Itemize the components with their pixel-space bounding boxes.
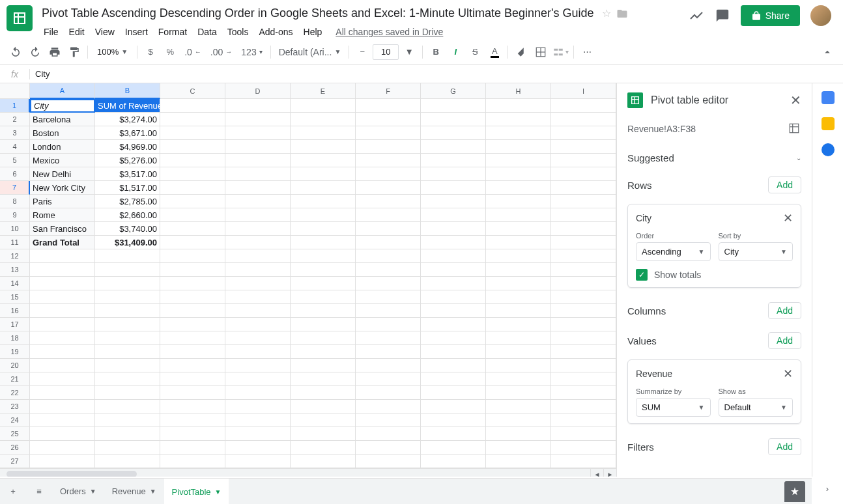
cell-A24[interactable] <box>30 413 95 427</box>
cell-A11[interactable]: Grand Total <box>30 236 95 249</box>
cell-B2[interactable]: $3,274.00 <box>95 113 160 126</box>
cell-C15[interactable] <box>160 290 225 304</box>
cell-I23[interactable] <box>551 400 616 413</box>
cell-F4[interactable] <box>356 140 421 154</box>
cell-H17[interactable] <box>486 318 551 331</box>
cell-E14[interactable] <box>291 277 356 290</box>
row-header-10[interactable]: 10 <box>0 222 30 236</box>
cell-C22[interactable] <box>160 386 225 400</box>
cell-H5[interactable] <box>486 154 551 167</box>
cell-F6[interactable] <box>356 167 421 181</box>
cell-C21[interactable] <box>160 372 225 386</box>
cell-I4[interactable] <box>551 140 616 154</box>
cell-E19[interactable] <box>291 345 356 359</box>
cell-F13[interactable] <box>356 263 421 277</box>
cell-D16[interactable] <box>225 304 291 318</box>
cell-A7[interactable]: New York City <box>30 181 95 195</box>
row-header-1[interactable]: 1 <box>0 99 30 113</box>
row-header-3[interactable]: 3 <box>0 126 30 140</box>
all-sheets-button[interactable]: ≡ <box>26 479 52 505</box>
cell-F17[interactable] <box>356 318 421 331</box>
select-range-icon[interactable] <box>788 122 801 135</box>
cell-B6[interactable]: $3,517.00 <box>95 167 160 181</box>
cell-D10[interactable] <box>225 222 291 236</box>
cell-G26[interactable] <box>421 441 486 455</box>
cell-D27[interactable] <box>225 455 291 468</box>
cell-B20[interactable] <box>95 359 160 372</box>
cell-A8[interactable]: Paris <box>30 195 95 208</box>
cell-B23[interactable] <box>95 400 160 413</box>
row-header-15[interactable]: 15 <box>0 290 30 304</box>
cell-F15[interactable] <box>356 290 421 304</box>
cell-F22[interactable] <box>356 386 421 400</box>
cell-E13[interactable] <box>291 263 356 277</box>
cell-G17[interactable] <box>421 318 486 331</box>
row-header-12[interactable]: 12 <box>0 249 30 263</box>
cell-B18[interactable] <box>95 331 160 345</box>
cell-E7[interactable] <box>291 181 356 195</box>
cell-B15[interactable] <box>95 290 160 304</box>
cell-C10[interactable] <box>160 222 225 236</box>
cell-B17[interactable] <box>95 318 160 331</box>
cell-F26[interactable] <box>356 441 421 455</box>
add-columns-button[interactable]: Add <box>768 302 801 319</box>
cell-I2[interactable] <box>551 113 616 126</box>
cell-G19[interactable] <box>421 345 486 359</box>
row-header-7[interactable]: 7 <box>0 181 30 195</box>
cell-G14[interactable] <box>421 277 486 290</box>
cell-C3[interactable] <box>160 126 225 140</box>
cell-G9[interactable] <box>421 208 486 222</box>
cell-G25[interactable] <box>421 427 486 441</box>
merge-button[interactable]: ▾ <box>551 43 569 61</box>
row-header-19[interactable]: 19 <box>0 345 30 359</box>
sheets-logo[interactable] <box>7 5 33 31</box>
cell-E24[interactable] <box>291 413 356 427</box>
cell-C5[interactable] <box>160 154 225 167</box>
cell-E3[interactable] <box>291 126 356 140</box>
cell-G22[interactable] <box>421 386 486 400</box>
cell-A16[interactable] <box>30 304 95 318</box>
cell-B25[interactable] <box>95 427 160 441</box>
cell-A21[interactable] <box>30 372 95 386</box>
cell-B14[interactable] <box>95 277 160 290</box>
cell-C13[interactable] <box>160 263 225 277</box>
cell-G1[interactable] <box>421 99 486 113</box>
cell-F2[interactable] <box>356 113 421 126</box>
cell-F5[interactable] <box>356 154 421 167</box>
cell-I10[interactable] <box>551 222 616 236</box>
cell-A20[interactable] <box>30 359 95 372</box>
suggested-section[interactable]: Suggested ⌄ <box>617 146 812 170</box>
cell-E21[interactable] <box>291 372 356 386</box>
cell-C6[interactable] <box>160 167 225 181</box>
font-size-input[interactable]: 10 <box>373 44 399 60</box>
col-header-A[interactable]: A <box>30 83 95 99</box>
cell-C23[interactable] <box>160 400 225 413</box>
cell-I20[interactable] <box>551 359 616 372</box>
cell-B22[interactable] <box>95 386 160 400</box>
save-state[interactable]: All changes saved in Drive <box>336 27 443 37</box>
cell-I22[interactable] <box>551 386 616 400</box>
cell-D2[interactable] <box>225 113 291 126</box>
cell-E12[interactable] <box>291 249 356 263</box>
cell-E26[interactable] <box>291 441 356 455</box>
undo-button[interactable] <box>7 43 25 61</box>
cell-F23[interactable] <box>356 400 421 413</box>
order-select[interactable]: Ascending▼ <box>636 242 711 261</box>
cell-G3[interactable] <box>421 126 486 140</box>
cell-E11[interactable] <box>291 236 356 249</box>
cell-G7[interactable] <box>421 181 486 195</box>
fill-color-button[interactable] <box>512 43 530 61</box>
cell-G6[interactable] <box>421 167 486 181</box>
decrease-decimal-button[interactable]: .0← <box>180 47 205 57</box>
cell-C1[interactable] <box>160 99 225 113</box>
cell-C26[interactable] <box>160 441 225 455</box>
cell-G11[interactable] <box>421 236 486 249</box>
cell-B3[interactable]: $3,671.00 <box>95 126 160 140</box>
cell-G21[interactable] <box>421 372 486 386</box>
tasks-addon-icon[interactable] <box>822 143 835 156</box>
star-icon[interactable]: ☆ <box>602 7 611 20</box>
cell-A14[interactable] <box>30 277 95 290</box>
cell-I21[interactable] <box>551 372 616 386</box>
cell-C4[interactable] <box>160 140 225 154</box>
cell-I3[interactable] <box>551 126 616 140</box>
